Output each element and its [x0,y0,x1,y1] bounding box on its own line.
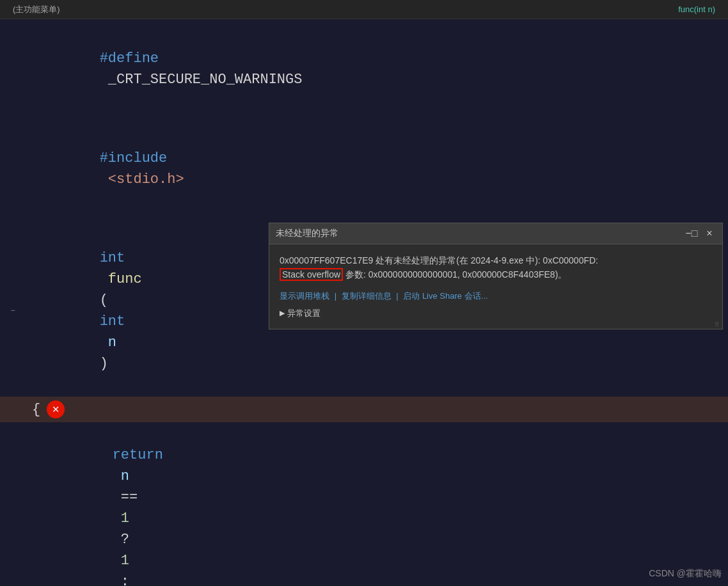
dialog-links: 显示调用堆栈 | 复制详细信息 | 启动 Live Share 会话... [280,290,712,303]
dialog-controls: −□ × [685,227,716,240]
exception-settings[interactable]: 异常设置 [280,307,712,321]
func-name: func [100,271,142,287]
op-colon: : [113,574,129,586]
dialog-minimize-button[interactable]: −□ [685,227,698,240]
content-return: return n == 1 ? 1 : n + func ( n − 1 ); [26,424,728,586]
stack-overflow-text: Stack overflow [280,268,343,281]
op-eq: == [113,489,138,505]
line-empty-1 [0,113,728,125]
dialog-title-text: 未经处理的异常 [276,228,338,239]
func-paren-close: ) [100,356,108,372]
dialog-titlebar: 未经处理的异常 −□ × [269,223,722,244]
func-paren-open: ( [100,292,108,308]
content-include: #include <stdio.h> [26,127,728,211]
define-value: _CRT_SECURE_NO_WARNINGS [100,72,303,88]
error-circle-icon: ✕ [47,400,65,418]
kw-int-param: int [100,313,125,329]
top-hint-bar: (主功能菜单) func(int n) [0,0,728,19]
dialog-error-text: 0x00007FF607EC17E9 处有未经处理的异常(在 2024-4-9.… [280,253,712,282]
hint-left: (主功能菜单) [0,4,364,15]
gutter-func: − [0,306,26,315]
include-file: <stdio.h> [100,171,184,187]
collapse-func[interactable]: − [10,306,15,315]
dialog-close-button[interactable]: × [703,227,716,240]
op-ternary: ? [113,532,129,548]
dialog-body: 0x00007FF607EC17E9 处有未经处理的异常(在 2024-4-9.… [269,244,722,329]
var-n-1: n [113,468,129,484]
param-n: n [100,335,116,351]
sep-2: | [396,291,398,301]
error-address: 0x00007FF607EC17E9 处有未经处理的异常(在 2024-4-9.… [280,255,598,265]
hint-right: func(int n) [364,4,728,14]
watermark: CSDN @霍霍哈嗨 [649,568,722,580]
link-callstack[interactable]: 显示调用堆栈 [280,291,329,301]
sep-1: | [335,291,336,301]
val-1b: 1 [113,553,129,569]
kw-define: #define [100,51,159,67]
link-liveshare[interactable]: 启动 Live Share 会话... [403,291,487,301]
line-define: #define _CRT_SECURE_NO_WARNINGS [0,26,728,113]
val-1a: 1 [113,511,129,527]
content-define: #define _CRT_SECURE_NO_WARNINGS [26,27,728,111]
kw-return: return [113,447,163,463]
line-error-brace: { ✕ [0,397,728,422]
kw-int-func: int [100,250,125,266]
line-include: #include <stdio.h> [0,125,728,212]
error-params: 参数: 0x0000000000000001, 0x000000C8F4403F… [345,269,567,280]
kw-include: #include [100,150,168,166]
link-copy-details[interactable]: 复制详细信息 [342,291,392,301]
line-return-stmt: return n == 1 ? 1 : n + func ( n − 1 ); [0,422,728,586]
code-editor: (主功能菜单) func(int n) #define _CRT_SECURE_… [0,0,728,586]
content-error-brace: { ✕ [26,399,728,420]
resize-handle[interactable]: ⠿ [715,321,721,328]
open-brace-1: { [32,399,40,420]
exception-dialog: 未经处理的异常 −□ × 0x00007FF607EC17E9 处有未经处理的异… [269,223,723,329]
